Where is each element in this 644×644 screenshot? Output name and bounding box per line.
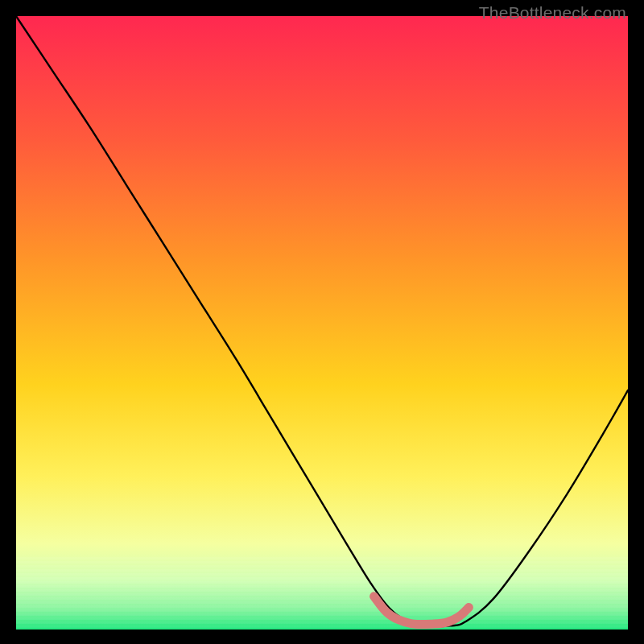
svg-rect-15 xyxy=(16,617,628,620)
svg-rect-2 xyxy=(16,565,628,568)
svg-rect-1 xyxy=(16,561,628,564)
watermark-text: TheBottleneck.com xyxy=(479,3,626,23)
plot-area xyxy=(16,16,628,630)
gradient-background xyxy=(16,16,628,630)
svg-rect-10 xyxy=(16,597,628,600)
chart-frame: TheBottleneck.com xyxy=(0,0,644,644)
svg-rect-7 xyxy=(16,585,628,588)
svg-rect-4 xyxy=(16,573,628,576)
svg-rect-12 xyxy=(16,605,628,608)
chart-svg xyxy=(16,16,628,630)
svg-rect-9 xyxy=(16,593,628,596)
svg-rect-5 xyxy=(16,577,628,580)
svg-rect-13 xyxy=(16,609,628,612)
svg-rect-0 xyxy=(16,557,628,559)
svg-rect-17 xyxy=(16,625,628,628)
svg-rect-8 xyxy=(16,589,628,592)
svg-rect-16 xyxy=(16,621,628,624)
svg-rect-14 xyxy=(16,613,628,616)
svg-rect-11 xyxy=(16,601,628,604)
svg-rect-3 xyxy=(16,569,628,572)
svg-rect-6 xyxy=(16,581,628,584)
